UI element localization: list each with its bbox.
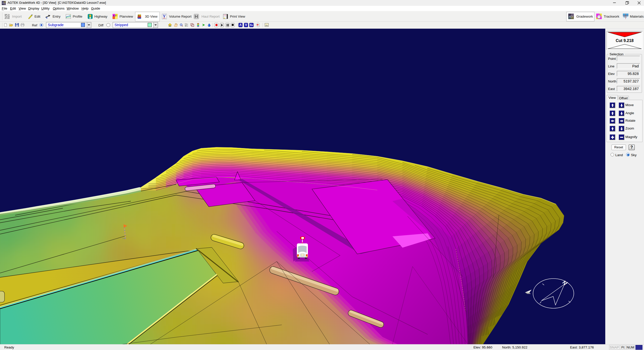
svg-text:Cut 9.218: Cut 9.218 bbox=[616, 38, 633, 43]
svg-text:De: De bbox=[186, 25, 188, 27]
svg-text:4D: 4D bbox=[2, 2, 5, 5]
svg-text:c: c bbox=[113, 14, 114, 17]
svg-text:4D: 4D bbox=[623, 15, 627, 18]
svg-text:4D: 4D bbox=[569, 15, 573, 18]
svg-text:F: F bbox=[115, 14, 117, 17]
svg-text:Ex: Ex bbox=[186, 23, 188, 25]
